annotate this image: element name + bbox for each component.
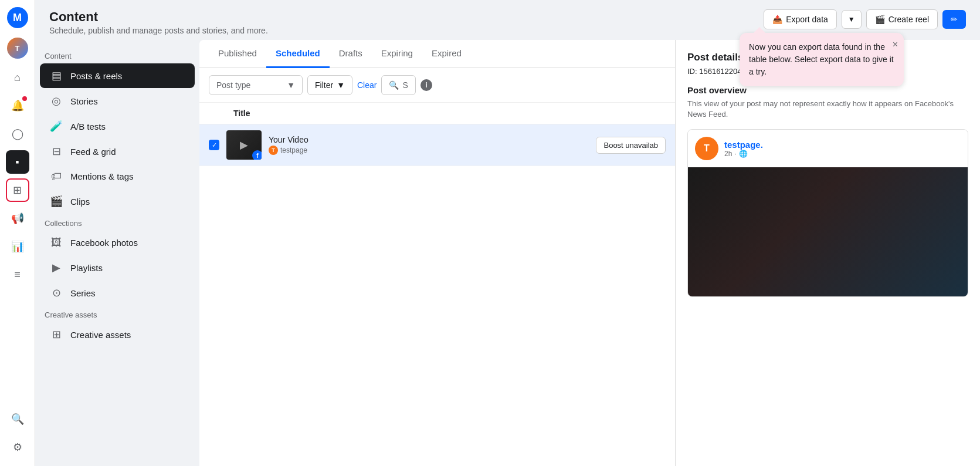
icon-bar: M T ⌂ 🔔 ◯ ▪ ⊞ 📢 📊 ≡ 🔍 ⚙: [0, 0, 35, 466]
preview-avatar: T: [695, 137, 718, 160]
tab-bar: Published Scheduled Drafts Expiring Expi…: [199, 40, 675, 68]
home-icon[interactable]: ⌂: [6, 66, 29, 89]
clips-icon: 🎬: [49, 195, 63, 208]
sidebar-item-stories[interactable]: ◎ Stories: [40, 89, 195, 113]
analytics-icon[interactable]: 📊: [6, 235, 29, 258]
stories-icon: ◎: [49, 94, 63, 107]
search-placeholder: S: [402, 80, 408, 90]
sidebar-collections-label: Collections: [35, 214, 199, 230]
filter-chevron: ▼: [337, 80, 345, 90]
grid-nav-icon[interactable]: ⊞: [6, 178, 29, 202]
sidebar-item-series[interactable]: ⊙ Series: [40, 281, 195, 305]
preview-image: [688, 167, 968, 296]
sidebar-item-facebook-photos[interactable]: 🖼 Facebook photos: [40, 231, 195, 255]
post-overview-text: This view of your post may not represent…: [687, 99, 968, 120]
content-area: Content ▤ Posts & reels ◎ Stories 🧪 A/B …: [35, 40, 980, 466]
compose-button[interactable]: ✏: [942, 10, 966, 29]
message-icon[interactable]: ◯: [6, 122, 29, 146]
playlists-label: Playlists: [70, 263, 103, 273]
sidebar-item-playlists[interactable]: ▶ Playlists: [40, 255, 195, 280]
search-box: 🔍 S: [381, 75, 415, 95]
post-type-select[interactable]: Post type ▼: [209, 75, 303, 95]
creative-assets-icon: ⊞: [49, 328, 63, 341]
post-info: Your Video T testpage: [269, 135, 596, 155]
boost-label: Boost unavailab: [603, 141, 658, 150]
scheduled-tab[interactable]: Scheduled: [266, 40, 330, 68]
filter-label: Filter: [315, 80, 333, 90]
sidebar-item-mentions-tags[interactable]: 🏷 Mentions & tags: [40, 164, 195, 188]
content-nav-icon[interactable]: ▪: [6, 150, 29, 174]
sidebar-item-creative-assets[interactable]: ⊞ Creative assets: [40, 322, 195, 347]
search-icon[interactable]: 🔍: [6, 407, 29, 431]
notification-badge: [22, 96, 27, 101]
header-actions: 📤 Export data ▼ 🎬 Create reel ✏: [764, 9, 966, 29]
reel-icon: 🎬: [875, 15, 885, 24]
tooltip-close-button[interactable]: ×: [893, 38, 898, 52]
drafts-tab[interactable]: Drafts: [330, 40, 372, 68]
post-overview-heading: Post overview: [687, 85, 968, 95]
post-type-placeholder: Post type: [216, 80, 250, 90]
mentions-tags-label: Mentions & tags: [70, 171, 134, 181]
settings-icon[interactable]: ⚙: [6, 435, 29, 459]
preview-time-privacy: 2h · 🌐: [724, 150, 763, 158]
header-text: Content Schedule, publish and manage pos…: [49, 9, 268, 35]
search-icon: 🔍: [389, 80, 399, 90]
create-reel-button[interactable]: 🎬 Create reel: [866, 9, 938, 29]
export-label: Export data: [786, 15, 828, 24]
page-subtitle: Schedule, publish and manage posts and s…: [49, 26, 268, 35]
meta-logo[interactable]: M: [7, 7, 28, 28]
published-tab[interactable]: Published: [209, 40, 266, 68]
filter-button[interactable]: Filter ▼: [307, 75, 352, 95]
globe-icon: 🌐: [739, 150, 748, 158]
page-name: testpage: [280, 146, 307, 154]
preview-page-name[interactable]: testpage.: [724, 140, 763, 150]
row-checkbox[interactable]: ✓: [209, 140, 219, 150]
boost-button[interactable]: Boost unavailab: [596, 137, 666, 154]
play-icon: ▶: [240, 139, 248, 151]
menu-icon[interactable]: ≡: [6, 263, 29, 286]
facebook-photos-label: Facebook photos: [70, 238, 138, 248]
mentions-tags-icon: 🏷: [49, 170, 63, 183]
expired-tab[interactable]: Expired: [422, 40, 471, 68]
table-row[interactable]: ✓ ▶ f Your Video T testpage: [199, 124, 675, 166]
creative-assets-label: Creative assets: [70, 330, 131, 340]
facebook-photos-icon: 🖼: [49, 237, 63, 249]
sidebar-item-posts-reels[interactable]: ▤ Posts & reels: [40, 63, 195, 88]
info-icon[interactable]: i: [421, 79, 432, 91]
notification-icon[interactable]: 🔔: [6, 94, 29, 117]
sidebar-item-clips[interactable]: 🎬 Clips: [40, 189, 195, 214]
export-tooltip: × Now you can export data found in the t…: [740, 33, 904, 86]
export-dropdown-button[interactable]: ▼: [842, 10, 862, 29]
main-panel: Published Scheduled Drafts Expiring Expi…: [199, 40, 675, 466]
video-thumbnail: ▶ f: [226, 130, 262, 160]
post-type-chevron: ▼: [287, 80, 295, 90]
avatar-letter: T: [15, 44, 20, 53]
export-data-button[interactable]: 📤 Export data: [764, 9, 837, 29]
clips-label: Clips: [70, 197, 90, 207]
dot-separator: ·: [734, 150, 736, 158]
user-avatar[interactable]: T: [7, 38, 28, 59]
expiring-tab[interactable]: Expiring: [372, 40, 422, 68]
clear-button[interactable]: Clear: [357, 80, 377, 90]
title-column-header: Title: [233, 109, 250, 118]
compose-icon: ✏: [951, 15, 958, 24]
feed-grid-label: Feed & grid: [70, 147, 116, 157]
sidebar-item-feed-grid[interactable]: ⊟ Feed & grid: [40, 139, 195, 164]
sidebar-content-label: Content: [35, 47, 199, 63]
right-panel: Post details ID: 1561612204431152 Post o…: [675, 40, 980, 466]
megaphone-icon[interactable]: 📢: [6, 207, 29, 230]
facebook-platform-badge: f: [252, 150, 262, 160]
page-avatar: T: [269, 146, 278, 155]
sidebar-item-ab-tests[interactable]: 🧪 A/B tests: [40, 114, 195, 139]
post-page: T testpage: [269, 146, 596, 155]
ab-tests-icon: 🧪: [49, 120, 63, 133]
export-icon: 📤: [772, 15, 782, 24]
meta-logo-text: M: [13, 12, 22, 24]
page-title: Content: [49, 9, 268, 25]
post-title: Your Video: [269, 135, 596, 144]
series-label: Series: [70, 288, 96, 298]
post-preview-card: T testpage. 2h · 🌐: [687, 129, 968, 297]
playlists-icon: ▶: [49, 261, 63, 274]
toolbar: Post type ▼ Filter ▼ Clear 🔍 S i: [199, 68, 675, 103]
ab-tests-label: A/B tests: [70, 121, 106, 131]
